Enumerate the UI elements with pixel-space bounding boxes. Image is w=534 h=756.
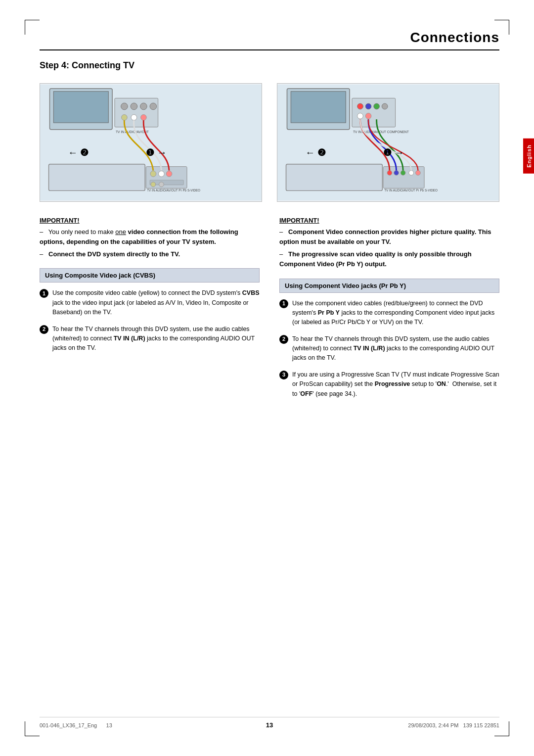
right-step-1-text: Use the component video cables (red/blue…: [292, 299, 499, 328]
left-important-label: IMPORTANT!: [40, 217, 260, 224]
left-section-header: Using Composite Video jack (CVBS): [40, 268, 260, 283]
svg-point-27: [357, 103, 363, 109]
right-important-label: IMPORTANT!: [279, 217, 499, 224]
svg-point-39: [409, 170, 414, 175]
svg-rect-2: [53, 92, 108, 123]
svg-point-37: [394, 170, 399, 175]
svg-point-28: [365, 103, 371, 109]
right-important-p2: – The progressive scan video quality is …: [279, 249, 499, 269]
footer-page-num-left: 13: [106, 722, 112, 728]
page-wrapper: English Connections Step 4: Connecting T…: [0, 0, 534, 756]
page-footer: 001-046_LX36_17_Eng 13 13 29/08/2003, 2:…: [40, 717, 499, 729]
svg-point-30: [382, 103, 388, 109]
left-underline-one: one: [115, 228, 126, 236]
svg-point-32: [365, 113, 371, 119]
right-step-3: 3 If you are using a Progressive Scan TV…: [279, 370, 499, 399]
content-row: IMPORTANT! – You only need to make one v…: [40, 217, 499, 406]
svg-point-15: [159, 171, 165, 177]
footer-timestamp: 29/08/2003, 2:44 PM: [408, 722, 458, 728]
svg-point-31: [357, 113, 363, 119]
svg-rect-12: [49, 164, 145, 191]
footer-right: 29/08/2003, 2:44 PM 139 115 22851: [346, 722, 499, 728]
svg-point-7: [150, 103, 157, 110]
right-step-1-num: 1: [279, 299, 288, 308]
page-number: 13: [193, 721, 346, 729]
svg-rect-25: [291, 92, 346, 123]
svg-point-38: [400, 170, 405, 175]
corner-tr: [494, 20, 509, 35]
page-title-area: Connections: [40, 30, 499, 50]
diagram-row: TV IN AUDIO/AV/OUT TV IN AUDIO/AV/OUT Pr…: [40, 83, 499, 202]
left-step-list: 1 Use the composite video cable (yellow)…: [40, 288, 260, 353]
right-section-header: Using Component Video jacks (Pr Pb Y): [279, 279, 499, 293]
svg-point-10: [141, 115, 147, 121]
english-tab: English: [523, 139, 534, 174]
svg-point-14: [150, 171, 156, 177]
right-step-2: 2 To hear the TV channels through this D…: [279, 334, 499, 363]
diagram-left: TV IN AUDIO/AV/OUT TV IN AUDIO/AV/OUT Pr…: [40, 83, 262, 202]
svg-point-5: [131, 103, 137, 110]
right-step-2-num: 2: [279, 335, 288, 344]
right-important-text: – Component Video connection provides hi…: [279, 227, 499, 270]
left-step-2-num: 2: [40, 325, 48, 334]
footer-code: 139 115 22851: [463, 722, 499, 728]
left-step-2-text: To hear the TV channels through this DVD…: [52, 325, 260, 353]
svg-point-4: [121, 103, 128, 110]
left-content-col: IMPORTANT! – You only need to make one v…: [40, 217, 260, 406]
step-heading: Step 4: Connecting TV: [40, 60, 499, 71]
svg-rect-34: [286, 164, 383, 191]
page-title: Connections: [410, 30, 499, 45]
left-important-p1: – You only need to make one video connec…: [40, 227, 260, 247]
right-content-col: IMPORTANT! – Component Video connection …: [279, 217, 499, 406]
footer-filename: 001-046_LX36_17_Eng: [40, 722, 97, 728]
corner-bl: [25, 721, 40, 736]
corner-tl: [25, 20, 40, 35]
left-step-1-text: Use the composite video cable (yellow) t…: [52, 288, 260, 317]
svg-point-9: [131, 115, 137, 121]
footer-left: 001-046_LX36_17_Eng 13: [40, 722, 193, 728]
left-important-block: IMPORTANT! – You only need to make one v…: [40, 217, 260, 259]
svg-text:❶ →: ❶ →: [383, 147, 404, 158]
left-step-1-num: 1: [40, 289, 48, 298]
svg-point-36: [387, 170, 392, 175]
svg-text:TV IN  AUDIO/AV/OUT  Pr  Pb  S: TV IN AUDIO/AV/OUT Pr Pb S-VIDEO: [147, 189, 200, 192]
left-important-text: – You only need to make one video connec…: [40, 227, 260, 259]
svg-text:❶ →: ❶ →: [146, 147, 167, 158]
svg-rect-3: [115, 98, 158, 127]
svg-point-40: [416, 170, 421, 175]
right-important-block: IMPORTANT! – Component Video connection …: [279, 217, 499, 270]
svg-text:TV IN  AUDIO/AV/OUT  COMPONENT: TV IN AUDIO/AV/OUT COMPONENT: [353, 130, 409, 134]
right-important-p1: – Component Video connection provides hi…: [279, 227, 499, 247]
svg-rect-26: [352, 98, 396, 127]
svg-point-6: [140, 103, 147, 110]
right-step-2-text: To hear the TV channels through this DVD…: [292, 334, 499, 363]
left-important-p2: – Connect the DVD system directly to the…: [40, 249, 260, 259]
svg-point-16: [166, 171, 172, 177]
diagram-right: TV IN AUDIO/AV/OUT COMPONENT TV IN AUDIO…: [277, 83, 499, 202]
svg-text:TV IN  AUDIO/AV/OUT  Pr  Pb  S: TV IN AUDIO/AV/OUT Pr Pb S-VIDEO: [384, 189, 438, 192]
svg-point-18: [151, 182, 156, 187]
right-step-3-text: If you are using a Progressive Scan TV (…: [292, 370, 499, 399]
left-step-2: 2 To hear the TV channels through this D…: [40, 325, 260, 353]
right-step-1: 1 Use the component video cables (red/bl…: [279, 299, 499, 328]
right-step-3-num: 3: [279, 371, 288, 379]
svg-point-29: [374, 103, 380, 109]
svg-point-19: [159, 182, 164, 187]
svg-text:← ❷: ← ❷: [305, 147, 326, 158]
svg-text:← ❷: ← ❷: [68, 147, 89, 158]
right-step-list: 1 Use the component video cables (red/bl…: [279, 299, 499, 399]
left-step-1: 1 Use the composite video cable (yellow)…: [40, 288, 260, 317]
svg-point-8: [122, 115, 128, 121]
